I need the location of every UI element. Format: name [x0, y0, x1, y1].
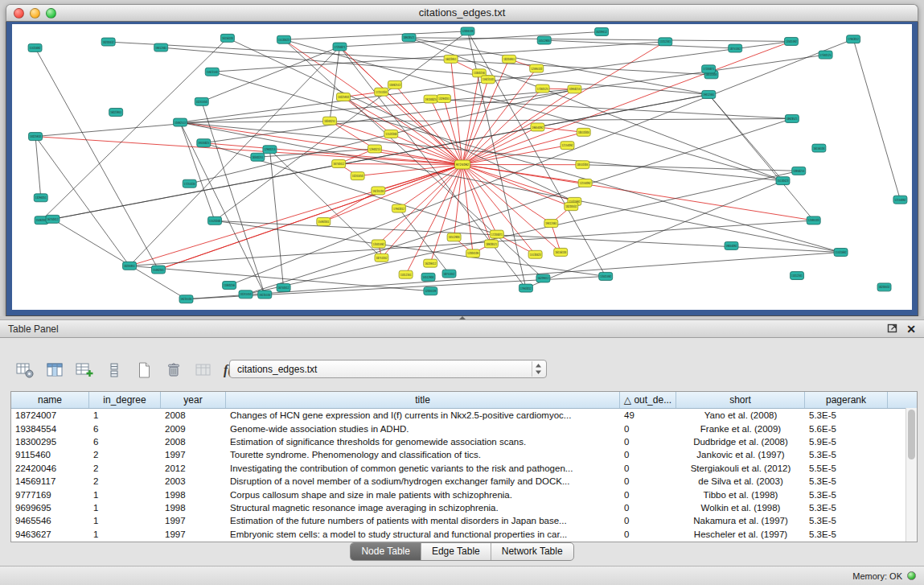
network-node[interactable]: 10958214 [792, 167, 806, 175]
tab-edge-table[interactable]: Edge Table [421, 543, 491, 560]
column-header-short[interactable]: short [676, 392, 805, 408]
minimize-button[interactable] [30, 8, 40, 19]
network-node[interactable]: 17204871 [490, 230, 503, 238]
network-node[interactable]: 15130423 [776, 177, 790, 185]
network-node[interactable]: 17943012 [847, 35, 860, 43]
table-row[interactable]: 946362711997Embryonic stem cells: a mode… [11, 528, 917, 541]
table-row[interactable]: 911546021997Tourette syndrome. Phenomeno… [11, 448, 917, 461]
network-node[interactable]: 19235104 [179, 295, 193, 303]
network-hub-node[interactable]: 9724092 [455, 160, 470, 169]
network-node[interactable]: 14025910 [336, 93, 350, 101]
network-node[interactable]: 18200432 [877, 283, 891, 291]
network-node[interactable]: 13501492 [784, 37, 798, 45]
network-node[interactable]: 14512904 [421, 273, 435, 281]
network-node[interactable]: 18751042 [375, 253, 388, 262]
column-header-out_de[interactable]: △ out_de... [620, 392, 676, 408]
network-node[interactable]: 19104825 [424, 95, 437, 103]
network-node[interactable]: 17204871 [333, 43, 347, 51]
table-selector-dropdown[interactable]: citations_edges.txt [229, 360, 547, 378]
network-node[interactable]: 18204951 [123, 262, 137, 270]
close-button[interactable] [14, 8, 24, 19]
table-row[interactable]: 946554611997Estimation of the future num… [11, 514, 917, 527]
table-vertical-scrollbar[interactable] [906, 408, 917, 542]
network-node[interactable]: 12940213 [368, 145, 382, 153]
network-node[interactable]: 18751042 [729, 44, 742, 52]
network-node[interactable]: 19104825 [197, 139, 211, 147]
network-node[interactable]: 14025910 [29, 133, 43, 141]
network-node[interactable]: 18751042 [442, 270, 456, 278]
table-row[interactable]: 1938455462009Genome-wide association stu… [11, 422, 917, 435]
network-node[interactable]: 18928521 [785, 114, 799, 122]
network-node[interactable]: 19235104 [258, 290, 272, 299]
network-node[interactable]: 11012341 [659, 38, 672, 46]
network-node[interactable]: 12154092 [561, 142, 574, 150]
network-node[interactable]: 12004109 [466, 249, 480, 257]
network-node[interactable]: 10492513 [388, 80, 401, 89]
table-row[interactable]: 2242004622012Investigating the contribut… [11, 462, 917, 475]
network-node[interactable]: 16023951 [109, 109, 123, 117]
network-node[interactable]: 14512904 [447, 233, 461, 241]
network-node[interactable]: 15492041 [151, 266, 165, 274]
network-node[interactable]: 18928521 [402, 34, 416, 42]
scrollbar-thumb[interactable] [908, 410, 915, 459]
tab-network-table[interactable]: Network Table [491, 543, 573, 560]
network-node[interactable]: 13501492 [599, 272, 613, 280]
table-row[interactable]: 977716911998Corpus callosum shape and si… [11, 488, 917, 501]
network-node[interactable]: 17943012 [392, 204, 405, 212]
network-node[interactable]: 12154092 [578, 179, 592, 187]
network-node[interactable]: 12154092 [893, 196, 907, 204]
network-node[interactable]: 13294051 [34, 194, 47, 202]
network-canvas[interactable]: 1143169218200432194124611615610415130423… [12, 24, 912, 310]
network-node[interactable]: 17251034 [375, 88, 388, 96]
network-node[interactable]: 11520348 [208, 216, 222, 225]
close-panel-icon[interactable]: ✕ [906, 323, 916, 335]
network-node[interactable]: 17943012 [519, 284, 532, 292]
network-node[interactable]: 16750412 [277, 283, 290, 291]
network-node[interactable]: 17251034 [183, 179, 196, 187]
network-node[interactable]: 18510304 [576, 161, 589, 169]
network-node[interactable]: 10958214 [568, 85, 581, 93]
network-node[interactable]: 16750412 [332, 160, 346, 168]
window-titlebar[interactable]: citations_edges.txt [6, 4, 918, 22]
network-node[interactable]: 13294051 [437, 95, 450, 103]
network-node[interactable]: 12495103 [807, 216, 820, 225]
column-header-in_degree[interactable]: in_degree [89, 392, 161, 408]
row-tools-icon[interactable] [104, 360, 125, 381]
column-header-year[interactable]: year [161, 392, 226, 408]
network-node[interactable]: 10241450 [195, 97, 208, 105]
zoom-button[interactable] [46, 8, 56, 19]
network-node[interactable]: 18928521 [484, 240, 498, 248]
network-node[interactable]: 18204951 [503, 55, 516, 63]
network-node[interactable]: 11431692 [834, 249, 848, 257]
network-node[interactable]: 18200432 [565, 203, 578, 211]
network-node[interactable]: 18510304 [577, 128, 590, 136]
tab-node-table[interactable]: Node Table [351, 543, 421, 560]
table-row[interactable]: 1830029562008Estimation of significance … [11, 435, 917, 448]
network-node[interactable]: 16156104 [220, 34, 234, 42]
network-node[interactable]: 17340125 [819, 51, 832, 59]
column-header-pagerank[interactable]: pagerank [805, 392, 888, 408]
network-node[interactable]: 13501492 [372, 240, 385, 248]
network-node[interactable]: 19412461 [702, 90, 716, 98]
network-node[interactable]: 11431692 [28, 43, 42, 51]
network-node[interactable]: 10241450 [239, 290, 253, 299]
table-row[interactable]: 1872400712008Changes of HCN gene express… [11, 409, 917, 422]
create-table-icon[interactable] [133, 360, 154, 381]
network-node[interactable]: 19412461 [154, 43, 168, 51]
network-node[interactable]: 10241450 [351, 172, 364, 180]
network-node[interactable]: 16209412 [595, 27, 609, 35]
network-node[interactable]: 11012341 [791, 272, 804, 280]
show-columns-icon[interactable] [44, 360, 65, 381]
network-node[interactable]: 16023951 [444, 55, 458, 63]
network-node[interactable]: 15492041 [317, 218, 331, 226]
network-node[interactable]: 12004109 [424, 287, 437, 295]
network-node[interactable]: 15923140 [481, 76, 495, 84]
import-table-icon[interactable] [193, 360, 214, 381]
network-node[interactable]: 11840256 [223, 282, 236, 290]
network-node[interactable]: 18200432 [101, 38, 115, 46]
column-header-name[interactable]: name [11, 392, 89, 408]
network-node[interactable]: 11520348 [384, 130, 398, 138]
network-node[interactable]: 19654092 [531, 123, 544, 131]
network-node[interactable]: 12004109 [461, 27, 474, 35]
network-node[interactable]: 12940213 [263, 146, 277, 154]
